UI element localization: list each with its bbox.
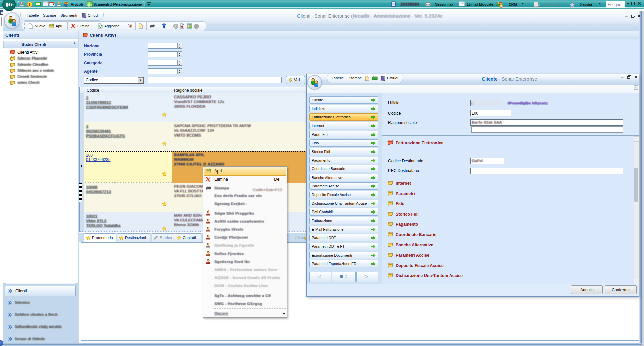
svg-text:$: $ (500, 5, 502, 8)
